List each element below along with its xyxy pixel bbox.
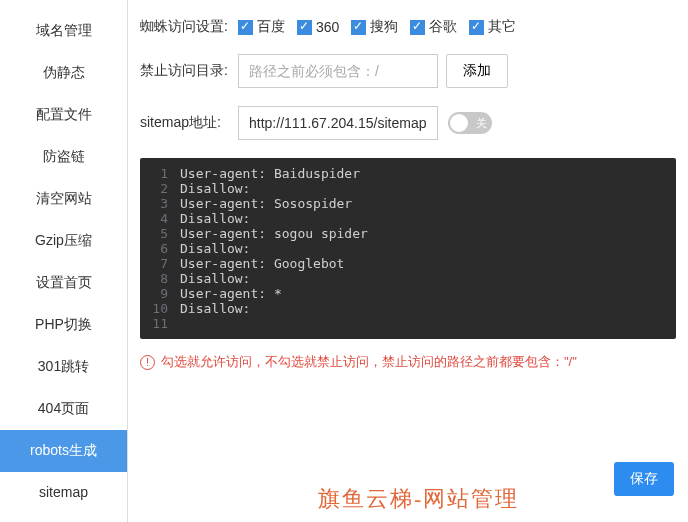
toggle-label: 关 <box>476 116 487 131</box>
line-number: 2 <box>140 181 180 196</box>
main-content: 蜘蛛访问设置: 百度360搜狗谷歌其它 禁止访问目录: 添加 sitemap地址… <box>128 0 688 522</box>
sidebar-item-6[interactable]: 设置首页 <box>0 262 127 304</box>
line-number: 3 <box>140 196 180 211</box>
disallow-label: 禁止访问目录: <box>140 62 238 80</box>
line-number: 8 <box>140 271 180 286</box>
sitemap-toggle[interactable]: 关 <box>448 112 492 134</box>
code-text: Disallow: <box>180 241 250 256</box>
check-label: 其它 <box>488 18 516 36</box>
code-line: 9User-agent: * <box>140 286 676 301</box>
sidebar-item-1[interactable]: 伪静态 <box>0 52 127 94</box>
code-line: 1User-agent: Baiduspider <box>140 166 676 181</box>
sidebar-item-2[interactable]: 配置文件 <box>0 94 127 136</box>
spider-label: 蜘蛛访问设置: <box>140 18 238 36</box>
code-line: 2Disallow: <box>140 181 676 196</box>
code-line: 4Disallow: <box>140 211 676 226</box>
checkbox-icon <box>297 20 312 35</box>
check-4[interactable]: 其它 <box>469 18 516 36</box>
line-number: 1 <box>140 166 180 181</box>
warning-icon: ! <box>140 355 155 370</box>
hint-text: 勾选就允许访问，不勾选就禁止访问，禁止访问的路径之前都要包含："/" <box>161 353 577 371</box>
code-text: User-agent: sogou spider <box>180 226 368 241</box>
sitemap-row: sitemap地址: 关 <box>140 106 676 140</box>
code-line: 7User-agent: Googlebot <box>140 256 676 271</box>
code-text: Disallow: <box>180 181 250 196</box>
line-number: 7 <box>140 256 180 271</box>
sidebar-item-12[interactable]: 死链生成 <box>0 512 127 522</box>
hint-row: ! 勾选就允许访问，不勾选就禁止访问，禁止访问的路径之前都要包含："/" <box>140 353 676 371</box>
checkbox-icon <box>410 20 425 35</box>
checkbox-icon <box>351 20 366 35</box>
line-number: 5 <box>140 226 180 241</box>
line-number: 9 <box>140 286 180 301</box>
check-0[interactable]: 百度 <box>238 18 285 36</box>
save-button[interactable]: 保存 <box>614 462 674 496</box>
checkbox-icon <box>469 20 484 35</box>
sidebar-item-5[interactable]: Gzip压缩 <box>0 220 127 262</box>
check-label: 谷歌 <box>429 18 457 36</box>
add-button[interactable]: 添加 <box>446 54 508 88</box>
disallow-row: 禁止访问目录: 添加 <box>140 54 676 88</box>
robots-code-editor[interactable]: 1User-agent: Baiduspider2Disallow:3User-… <box>140 158 676 339</box>
spider-row: 蜘蛛访问设置: 百度360搜狗谷歌其它 <box>140 18 676 36</box>
sidebar-item-3[interactable]: 防盗链 <box>0 136 127 178</box>
check-label: 百度 <box>257 18 285 36</box>
check-label: 搜狗 <box>370 18 398 36</box>
sitemap-label: sitemap地址: <box>140 114 238 132</box>
code-line: 3User-agent: Sosospider <box>140 196 676 211</box>
code-text: User-agent: * <box>180 286 282 301</box>
line-number: 4 <box>140 211 180 226</box>
code-text: Disallow: <box>180 211 250 226</box>
line-number: 11 <box>140 316 180 331</box>
disallow-input[interactable] <box>238 54 438 88</box>
code-text: Disallow: <box>180 271 250 286</box>
code-text: User-agent: Googlebot <box>180 256 344 271</box>
checkbox-icon <box>238 20 253 35</box>
code-line: 8Disallow: <box>140 271 676 286</box>
code-line: 10Disallow: <box>140 301 676 316</box>
sidebar-item-11[interactable]: sitemap <box>0 472 127 512</box>
toggle-knob <box>450 114 468 132</box>
sidebar-item-10[interactable]: robots生成 <box>0 430 127 472</box>
check-label: 360 <box>316 19 339 35</box>
sidebar-item-9[interactable]: 404页面 <box>0 388 127 430</box>
code-text: Disallow: <box>180 301 250 316</box>
sidebar-item-7[interactable]: PHP切换 <box>0 304 127 346</box>
check-2[interactable]: 搜狗 <box>351 18 398 36</box>
code-line: 6Disallow: <box>140 241 676 256</box>
watermark-text: 旗鱼云梯-网站管理 <box>318 484 519 514</box>
sidebar-item-4[interactable]: 清空网站 <box>0 178 127 220</box>
spider-checks: 百度360搜狗谷歌其它 <box>238 18 516 36</box>
sitemap-input[interactable] <box>238 106 438 140</box>
code-line: 5User-agent: sogou spider <box>140 226 676 241</box>
sidebar-item-8[interactable]: 301跳转 <box>0 346 127 388</box>
sidebar: 域名管理伪静态配置文件防盗链清空网站Gzip压缩设置首页PHP切换301跳转40… <box>0 0 128 522</box>
sidebar-item-0[interactable]: 域名管理 <box>0 10 127 52</box>
line-number: 10 <box>140 301 180 316</box>
check-3[interactable]: 谷歌 <box>410 18 457 36</box>
code-text: User-agent: Sosospider <box>180 196 352 211</box>
code-text: User-agent: Baiduspider <box>180 166 360 181</box>
code-line: 11 <box>140 316 676 331</box>
check-1[interactable]: 360 <box>297 19 339 35</box>
line-number: 6 <box>140 241 180 256</box>
